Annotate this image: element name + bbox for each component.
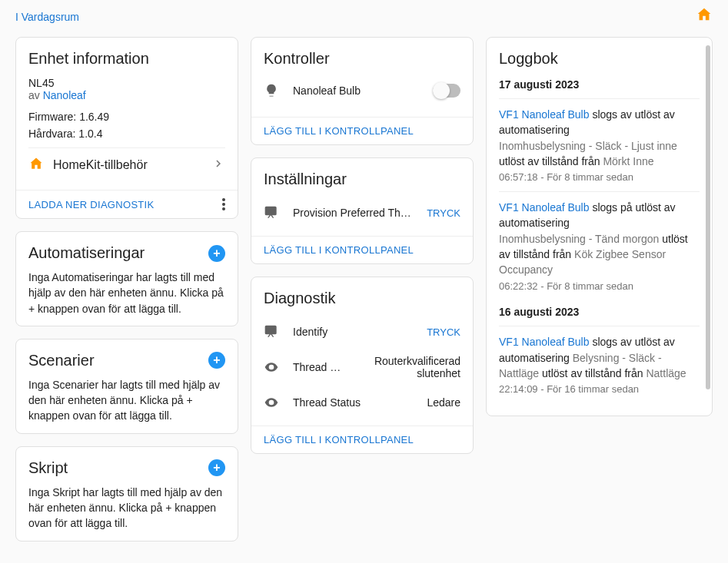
diag-row-thread-cap: Thread Ca… Routerkvalificerad slutenhet <box>264 347 460 387</box>
add-automation-button[interactable]: + <box>208 245 225 262</box>
chevron-right-icon <box>211 157 225 174</box>
diag-row-thread-status: Thread Status Ledare <box>264 387 460 418</box>
download-diagnostics-button[interactable]: LADDA NER DIAGNOSTIK <box>28 199 154 210</box>
settings-card: Inställningar Provision Preferred Threa…… <box>251 157 474 264</box>
automations-empty-text: Inga Automatiseringar har lagts till med… <box>28 270 225 316</box>
diag-value: Ledare <box>427 396 460 409</box>
log-time: 22:14:09 - För 16 timmar sedan <box>499 383 700 397</box>
log-state-link[interactable]: Nattläge <box>646 367 686 379</box>
diag-label[interactable]: Thread Status <box>293 396 414 409</box>
logbook-title: Loggbok <box>499 50 700 68</box>
log-automation-link[interactable]: Inomhusbelysning - Tänd morgon <box>499 233 659 245</box>
integration-label: HomeKit-tillbehör <box>53 158 148 172</box>
scrollbar[interactable] <box>706 45 710 408</box>
lightbulb-icon <box>264 83 281 98</box>
homekit-icon <box>28 156 44 174</box>
settings-add-dashboard-button[interactable]: LÄGG TILL I KONTROLLPANEL <box>264 244 414 256</box>
scripts-card: Skript + Inga Skript har lagts till med … <box>15 446 238 541</box>
firmware-row: Firmware: 1.6.49 <box>28 111 225 123</box>
device-info-title: Enhet information <box>28 50 225 68</box>
scripts-title: Skript <box>28 459 68 477</box>
log-date: 16 augusti 2023 <box>499 306 700 318</box>
manufacturer-link[interactable]: Nanoleaf <box>43 89 86 101</box>
breadcrumb[interactable]: I Vardagsrum <box>15 11 79 23</box>
diag-press-button[interactable]: TRYCK <box>427 326 460 338</box>
home-icon[interactable] <box>696 6 713 28</box>
scenes-empty-text: Inga Scenarier har lagts till med hjälp … <box>28 377 225 424</box>
eye-icon <box>264 395 281 410</box>
device-info-card: Enhet information NL45 av Nanoleaf Firmw… <box>15 37 238 219</box>
add-to-dashboard-button[interactable]: LÄGG TILL I KONTROLLPANEL <box>264 125 414 137</box>
settings-row: Provision Preferred Threa… TRYCK <box>264 197 460 228</box>
gesture-icon <box>264 324 281 339</box>
add-script-button[interactable]: + <box>208 459 225 476</box>
add-scene-button[interactable]: + <box>208 352 225 369</box>
diag-row-identify: Identify TRYCK <box>264 316 460 347</box>
logbook-card: Loggbok 17 augusti 2023 VF1 Nanoleaf Bul… <box>486 37 713 416</box>
diag-value: Routerkvalificerad slutenhet <box>361 355 460 379</box>
controls-title: Kontroller <box>264 50 460 68</box>
log-entity-link[interactable]: VF1 Nanoleaf Bulb <box>499 336 590 348</box>
scenes-title: Scenarier <box>28 352 95 369</box>
log-automation-link[interactable]: Inomhusbelysning - Släck - Ljust inne <box>499 140 677 152</box>
device-manufacturer: av Nanoleaf <box>28 89 225 101</box>
log-entry: VF1 Nanoleaf Bulb slogs av utlöst av aut… <box>499 98 700 191</box>
integration-row[interactable]: HomeKit-tillbehör <box>28 147 225 182</box>
scenes-card: Scenarier + Inga Scenarier har lagts til… <box>15 339 238 434</box>
device-model: NL45 <box>28 77 225 89</box>
control-entity-label[interactable]: Nanoleaf Bulb <box>293 84 361 97</box>
controls-card: Kontroller Nanoleaf Bulb LÄGG TILL I KON… <box>251 37 474 145</box>
entity-toggle[interactable] <box>433 84 460 98</box>
settings-title: Inställningar <box>264 171 460 188</box>
diag-add-dashboard-button[interactable]: LÄGG TILL I KONTROLLPANEL <box>264 434 414 445</box>
diag-label[interactable]: Thread Ca… <box>293 361 348 373</box>
control-entity-row: Nanoleaf Bulb <box>264 77 460 109</box>
log-state-link[interactable]: Mörkt Inne <box>603 155 653 167</box>
scripts-empty-text: Inga Skript har lagts till med hjälp av … <box>28 485 225 532</box>
gesture-icon <box>264 205 281 220</box>
diagnostics-title: Diagnostik <box>264 290 460 307</box>
diagnostics-card: Diagnostik Identify TRYCK Thread Ca… Rou… <box>251 277 474 454</box>
log-entry: VF1 Nanoleaf Bulb slogs på utlöst av aut… <box>499 191 700 300</box>
hardware-row: Hårdvara: 1.0.4 <box>28 128 225 140</box>
settings-row-label[interactable]: Provision Preferred Threa… <box>293 207 414 219</box>
log-date: 17 augusti 2023 <box>499 78 700 91</box>
eye-icon <box>264 359 281 375</box>
automations-card: Automatiseringar + Inga Automatiseringar… <box>15 231 238 326</box>
log-entity-link[interactable]: VF1 Nanoleaf Bulb <box>499 201 590 214</box>
log-entry: VF1 Nanoleaf Bulb slogs av utlöst av aut… <box>499 326 700 403</box>
log-time: 06:22:32 - För 8 timmar sedan <box>499 280 700 294</box>
automations-title: Automatiseringar <box>28 244 145 262</box>
log-entity-link[interactable]: VF1 Nanoleaf Bulb <box>499 108 590 121</box>
diag-label[interactable]: Identify <box>293 326 414 338</box>
settings-press-button[interactable]: TRYCK <box>427 207 460 219</box>
log-time: 06:57:18 - För 8 timmar sedan <box>499 171 700 185</box>
more-menu-button[interactable] <box>222 198 225 210</box>
